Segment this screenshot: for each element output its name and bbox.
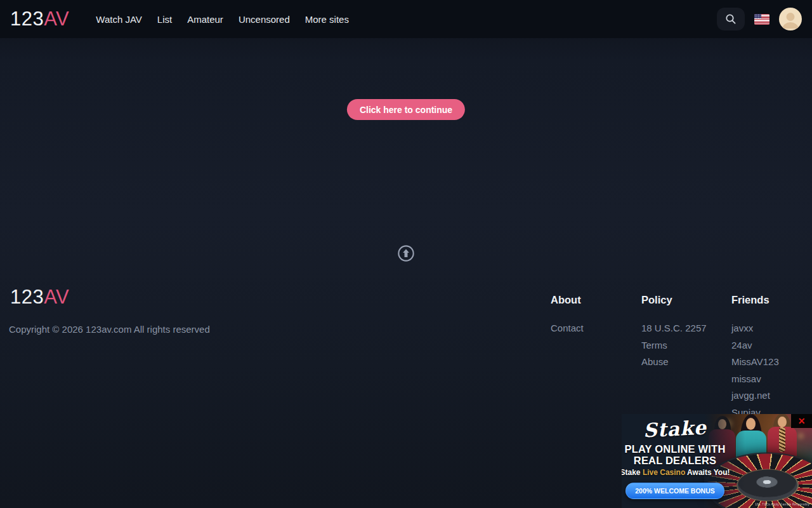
search-button[interactable] xyxy=(717,8,745,30)
dealer-hair xyxy=(740,414,762,461)
footer-link-2257[interactable]: 18 U.S.C. 2257 xyxy=(641,323,707,333)
user-avatar-icon xyxy=(779,8,802,30)
ad-close-button[interactable]: ✕ xyxy=(791,414,812,428)
us-flag-icon[interactable] xyxy=(754,14,769,25)
bokeh-light xyxy=(780,418,788,425)
top-navbar: 123AV Watch JAV List Amateur Uncensored … xyxy=(0,0,812,38)
avatar[interactable] xyxy=(779,8,802,30)
bokeh-light xyxy=(798,433,804,439)
dealer-scarf xyxy=(779,427,785,452)
dealer-outfit xyxy=(768,427,797,470)
friend-link-24av[interactable]: 24av xyxy=(731,340,752,351)
footer-link-contact[interactable]: Contact xyxy=(551,323,584,333)
logo[interactable]: 123AV xyxy=(10,8,69,30)
nav-item-more-sites[interactable]: More sites xyxy=(305,10,349,29)
roulette-spinner xyxy=(765,455,769,476)
close-icon: ✕ xyxy=(798,416,806,426)
footer-link-abuse[interactable]: Abuse xyxy=(641,356,669,367)
list-item: Contact xyxy=(551,320,584,337)
ad-headline: PLAY ONLINE WITH REAL DEALERS xyxy=(624,443,725,466)
navbar-right-cluster xyxy=(717,8,802,30)
list-item: MissAV123 xyxy=(731,354,779,371)
arrow-up-circle-icon xyxy=(397,244,415,262)
bokeh-light xyxy=(741,428,747,434)
ad-disclaimer: 18+, T&Cs Apply, Gamble Responsibly xyxy=(755,502,809,506)
ad-cta-button[interactable]: 200% WELCOME BONUS xyxy=(625,483,724,499)
list-item: 18 U.S.C. 2257 xyxy=(641,320,707,337)
list-item: javxx xyxy=(731,320,779,337)
list-item: Terms xyxy=(641,337,707,354)
list-item: javgg.net xyxy=(731,387,779,404)
friend-link-javgg[interactable]: javgg.net xyxy=(731,390,770,401)
footer-column-policy: Policy 18 U.S.C. 2257 Terms Abuse xyxy=(641,294,707,371)
nav-item-list[interactable]: List xyxy=(157,10,172,29)
footer-column-title: Policy xyxy=(641,294,707,306)
search-icon xyxy=(724,13,737,25)
friend-link-missav123[interactable]: MissAV123 xyxy=(731,356,779,367)
ad-subline: Stake Live Casino Awaits You! xyxy=(622,468,730,477)
footer-logo-suffix: AV xyxy=(44,286,69,308)
footer-column-title: About xyxy=(551,294,584,306)
footer-column-about: About Contact xyxy=(551,294,584,337)
continue-button[interactable]: Click here to continue xyxy=(347,99,465,120)
footer-column-title: Friends xyxy=(731,294,779,306)
dealer-face xyxy=(746,418,756,430)
nav-item-amateur[interactable]: Amateur xyxy=(187,10,223,29)
friend-link-missav[interactable]: missav xyxy=(731,373,761,384)
copyright-text: Copyright © 2026 123av.com All rights re… xyxy=(9,324,210,335)
dealer-hair xyxy=(773,414,791,443)
nav-item-watch-jav[interactable]: Watch JAV xyxy=(96,10,142,29)
nav-item-uncensored[interactable]: Uncensored xyxy=(239,10,290,29)
footer-logo[interactable]: 123AV xyxy=(10,286,69,309)
ad-text-panel: Stake PLAY ONLINE WITH REAL DEALERS Stak… xyxy=(622,414,728,508)
dealer-outfit xyxy=(736,431,766,476)
logo-text-suffix: AV xyxy=(44,8,69,30)
ad-brand-logo: Stake xyxy=(643,416,707,441)
footer-link-terms[interactable]: Terms xyxy=(641,340,667,351)
ad-banner[interactable]: Stake PLAY ONLINE WITH REAL DEALERS Stak… xyxy=(622,414,812,508)
scroll-top-button[interactable] xyxy=(397,244,415,262)
flag-canton xyxy=(754,14,761,19)
main-nav: Watch JAV List Amateur Uncensored More s… xyxy=(96,10,349,29)
ad-headline-line1: PLAY ONLINE WITH xyxy=(624,443,725,455)
list-item: 24av xyxy=(731,337,779,354)
friend-link-javxx[interactable]: javxx xyxy=(731,323,753,333)
ad-subline-prefix: Stake xyxy=(622,468,643,477)
ad-headline-line2: REAL DEALERS xyxy=(634,455,716,466)
logo-text-prefix: 123 xyxy=(10,8,44,30)
ad-subline-highlight: Live Casino xyxy=(643,468,685,477)
footer-column-friends: Friends javxx 24av MissAV123 missav javg… xyxy=(731,294,779,422)
list-item: Abuse xyxy=(641,354,707,371)
ad-subline-suffix: Awaits You! xyxy=(685,468,730,477)
dealer-face xyxy=(778,417,787,427)
list-item: missav xyxy=(731,371,779,388)
footer-logo-prefix: 123 xyxy=(10,286,44,308)
